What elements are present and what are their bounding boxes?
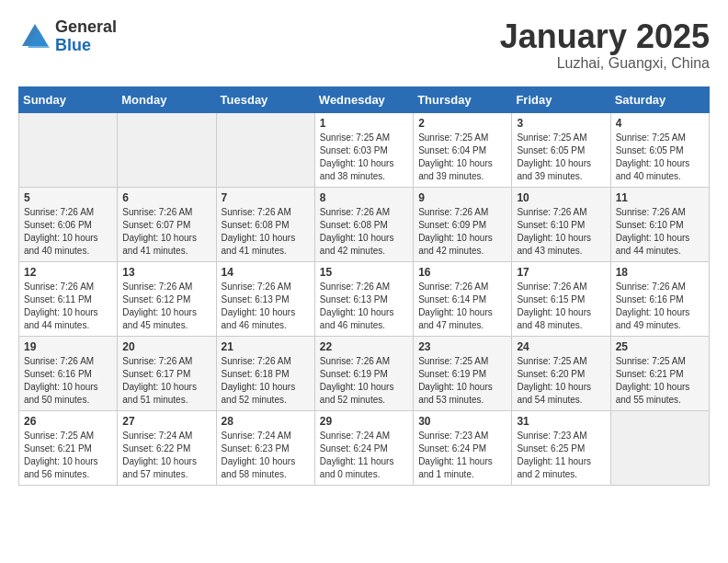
calendar-cell (216, 112, 314, 187)
cell-info-text: Sunrise: 7:26 AM Sunset: 6:06 PM Dayligh… (24, 206, 112, 258)
calendar-cell: 12Sunrise: 7:26 AM Sunset: 6:11 PM Dayli… (19, 261, 118, 336)
cell-info-text: Sunrise: 7:26 AM Sunset: 6:13 PM Dayligh… (320, 281, 408, 332)
cell-date-number: 23 (418, 340, 506, 353)
cell-info-text: Sunrise: 7:25 AM Sunset: 6:04 PM Dayligh… (418, 132, 506, 183)
calendar-cell: 9Sunrise: 7:26 AM Sunset: 6:09 PM Daylig… (414, 187, 512, 261)
cell-info-text: Sunrise: 7:26 AM Sunset: 6:08 PM Dayligh… (222, 206, 310, 258)
cell-info-text: Sunrise: 7:25 AM Sunset: 6:19 PM Dayligh… (418, 355, 506, 407)
cell-date-number: 19 (24, 340, 112, 353)
cell-date-number: 13 (122, 266, 210, 279)
cell-date-number: 25 (616, 340, 704, 353)
calendar-cell: 24Sunrise: 7:25 AM Sunset: 6:20 PM Dayli… (512, 336, 610, 410)
title-area: January 2025 Luzhai, Guangxi, China (500, 18, 710, 72)
header-day: Monday (118, 86, 216, 112)
cell-info-text: Sunrise: 7:26 AM Sunset: 6:10 PM Dayligh… (517, 206, 605, 258)
cell-date-number: 29 (320, 415, 408, 428)
cell-info-text: Sunrise: 7:25 AM Sunset: 6:21 PM Dayligh… (24, 430, 112, 481)
cell-info-text: Sunrise: 7:26 AM Sunset: 6:16 PM Dayligh… (24, 355, 112, 407)
cell-info-text: Sunrise: 7:26 AM Sunset: 6:14 PM Dayligh… (418, 281, 506, 332)
calendar-cell: 17Sunrise: 7:26 AM Sunset: 6:15 PM Dayli… (512, 261, 610, 336)
cell-date-number: 31 (517, 415, 605, 428)
header-day: Tuesday (216, 86, 314, 112)
header-day: Friday (512, 86, 610, 112)
cell-info-text: Sunrise: 7:25 AM Sunset: 6:21 PM Dayligh… (616, 355, 704, 407)
cell-date-number: 15 (320, 266, 408, 279)
cell-info-text: Sunrise: 7:26 AM Sunset: 6:08 PM Dayligh… (320, 206, 408, 258)
cell-date-number: 30 (418, 415, 506, 428)
cell-info-text: Sunrise: 7:24 AM Sunset: 6:22 PM Dayligh… (122, 430, 210, 481)
cell-info-text: Sunrise: 7:24 AM Sunset: 6:24 PM Dayligh… (320, 430, 408, 481)
calendar-week-row: 19Sunrise: 7:26 AM Sunset: 6:16 PM Dayli… (19, 336, 710, 410)
cell-info-text: Sunrise: 7:26 AM Sunset: 6:12 PM Dayligh… (122, 281, 210, 332)
cell-date-number: 9 (418, 191, 506, 204)
calendar-cell: 10Sunrise: 7:26 AM Sunset: 6:10 PM Dayli… (512, 187, 610, 261)
calendar-cell: 26Sunrise: 7:25 AM Sunset: 6:21 PM Dayli… (19, 410, 118, 485)
cell-info-text: Sunrise: 7:23 AM Sunset: 6:25 PM Dayligh… (517, 430, 605, 481)
header-day: Saturday (610, 86, 709, 112)
calendar-cell: 8Sunrise: 7:26 AM Sunset: 6:08 PM Daylig… (314, 187, 413, 261)
cell-date-number: 24 (517, 340, 605, 353)
cell-info-text: Sunrise: 7:26 AM Sunset: 6:09 PM Dayligh… (418, 206, 506, 258)
cell-date-number: 2 (418, 117, 506, 130)
calendar-week-row: 26Sunrise: 7:25 AM Sunset: 6:21 PM Dayli… (19, 410, 710, 485)
calendar-cell: 3Sunrise: 7:25 AM Sunset: 6:05 PM Daylig… (512, 112, 610, 187)
calendar-title: January 2025 (500, 18, 710, 55)
cell-date-number: 12 (24, 266, 112, 279)
cell-info-text: Sunrise: 7:26 AM Sunset: 6:17 PM Dayligh… (122, 355, 210, 407)
calendar-cell: 28Sunrise: 7:24 AM Sunset: 6:23 PM Dayli… (216, 410, 314, 485)
cell-date-number: 11 (616, 191, 704, 204)
cell-date-number: 7 (222, 191, 310, 204)
calendar-cell: 18Sunrise: 7:26 AM Sunset: 6:16 PM Dayli… (610, 261, 709, 336)
logo-text: General Blue (55, 18, 117, 55)
cell-info-text: Sunrise: 7:26 AM Sunset: 6:13 PM Dayligh… (222, 281, 310, 332)
header-day: Wednesday (314, 86, 413, 112)
cell-date-number: 21 (222, 340, 310, 353)
calendar-cell: 7Sunrise: 7:26 AM Sunset: 6:08 PM Daylig… (216, 187, 314, 261)
cell-info-text: Sunrise: 7:25 AM Sunset: 6:05 PM Dayligh… (517, 132, 605, 183)
cell-date-number: 14 (222, 266, 310, 279)
logo: General Blue (18, 18, 117, 55)
calendar-week-row: 1Sunrise: 7:25 AM Sunset: 6:03 PM Daylig… (19, 112, 710, 187)
cell-date-number: 16 (418, 266, 506, 279)
cell-info-text: Sunrise: 7:24 AM Sunset: 6:23 PM Dayligh… (222, 430, 310, 481)
logo-blue: Blue (55, 37, 117, 55)
header-row: SundayMondayTuesdayWednesdayThursdayFrid… (19, 86, 710, 112)
page-header: General Blue January 2025 Luzhai, Guangx… (18, 18, 710, 72)
cell-date-number: 10 (517, 191, 605, 204)
calendar-week-row: 12Sunrise: 7:26 AM Sunset: 6:11 PM Dayli… (19, 261, 710, 336)
calendar-cell (610, 410, 709, 485)
cell-info-text: Sunrise: 7:26 AM Sunset: 6:11 PM Dayligh… (24, 281, 112, 332)
calendar-cell: 13Sunrise: 7:26 AM Sunset: 6:12 PM Dayli… (118, 261, 216, 336)
calendar-cell (118, 112, 216, 187)
calendar-cell: 21Sunrise: 7:26 AM Sunset: 6:18 PM Dayli… (216, 336, 314, 410)
cell-date-number: 5 (24, 191, 112, 204)
cell-date-number: 27 (122, 415, 210, 428)
calendar-cell: 11Sunrise: 7:26 AM Sunset: 6:10 PM Dayli… (610, 187, 709, 261)
calendar-cell: 25Sunrise: 7:25 AM Sunset: 6:21 PM Dayli… (610, 336, 709, 410)
calendar-subtitle: Luzhai, Guangxi, China (500, 55, 710, 72)
header-day: Sunday (19, 86, 118, 112)
calendar-week-row: 5Sunrise: 7:26 AM Sunset: 6:06 PM Daylig… (19, 187, 710, 261)
cell-date-number: 17 (517, 266, 605, 279)
cell-info-text: Sunrise: 7:26 AM Sunset: 6:16 PM Dayligh… (616, 281, 704, 332)
cell-date-number: 28 (222, 415, 310, 428)
cell-date-number: 18 (616, 266, 704, 279)
header-day: Thursday (414, 86, 512, 112)
calendar-cell: 19Sunrise: 7:26 AM Sunset: 6:16 PM Dayli… (19, 336, 118, 410)
calendar-cell: 2Sunrise: 7:25 AM Sunset: 6:04 PM Daylig… (414, 112, 512, 187)
calendar-cell: 20Sunrise: 7:26 AM Sunset: 6:17 PM Dayli… (118, 336, 216, 410)
calendar-table: SundayMondayTuesdayWednesdayThursdayFrid… (18, 86, 710, 486)
logo-general: General (55, 18, 117, 37)
cell-date-number: 1 (320, 117, 408, 130)
cell-date-number: 22 (320, 340, 408, 353)
calendar-cell (19, 112, 118, 187)
logo-icon (18, 20, 51, 53)
calendar-cell: 5Sunrise: 7:26 AM Sunset: 6:06 PM Daylig… (19, 187, 118, 261)
calendar-cell: 31Sunrise: 7:23 AM Sunset: 6:25 PM Dayli… (512, 410, 610, 485)
cell-info-text: Sunrise: 7:26 AM Sunset: 6:18 PM Dayligh… (222, 355, 310, 407)
calendar-cell: 16Sunrise: 7:26 AM Sunset: 6:14 PM Dayli… (414, 261, 512, 336)
cell-info-text: Sunrise: 7:25 AM Sunset: 6:20 PM Dayligh… (517, 355, 605, 407)
calendar-cell: 23Sunrise: 7:25 AM Sunset: 6:19 PM Dayli… (414, 336, 512, 410)
calendar-cell: 6Sunrise: 7:26 AM Sunset: 6:07 PM Daylig… (118, 187, 216, 261)
calendar-cell: 29Sunrise: 7:24 AM Sunset: 6:24 PM Dayli… (314, 410, 413, 485)
